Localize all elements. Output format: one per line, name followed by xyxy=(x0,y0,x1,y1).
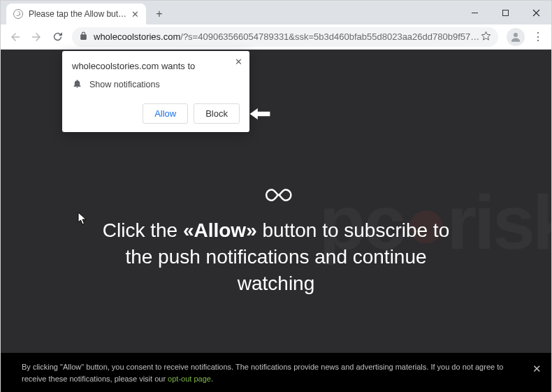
arrow-left-icon xyxy=(249,107,271,124)
toolbar: wholecoolstories.com /?s=409063566054789… xyxy=(1,24,551,50)
forward-button[interactable] xyxy=(26,27,47,48)
permission-label: Show notifications xyxy=(89,80,160,89)
allow-button[interactable]: Allow xyxy=(143,103,188,124)
page-content: pc●risk Click the «Allow» button to subs… xyxy=(1,50,551,392)
msg-bold: «Allow» xyxy=(183,219,257,241)
close-tab-icon[interactable]: ✕ xyxy=(131,9,139,20)
address-bar[interactable]: wholecoolstories.com /?s=409063566054789… xyxy=(72,27,498,47)
maximize-button[interactable] xyxy=(490,1,521,24)
minimize-button[interactable] xyxy=(459,1,490,24)
globe-icon xyxy=(13,9,23,19)
close-icon[interactable]: ✕ xyxy=(532,361,542,377)
title-bar: Please tap the Allow button to co ✕ + xyxy=(1,1,551,24)
close-icon[interactable]: ✕ xyxy=(235,57,242,67)
back-button[interactable] xyxy=(5,27,26,48)
url-domain: wholecoolstories.com xyxy=(94,31,180,42)
consent-text: By clicking "Allow" button, you consent … xyxy=(22,363,503,383)
cursor-icon xyxy=(78,212,87,228)
bookmark-icon[interactable] xyxy=(481,31,491,43)
new-tab-button[interactable]: + xyxy=(150,5,168,23)
svg-point-4 xyxy=(514,33,518,37)
browser-tab[interactable]: Please tap the Allow button to co ✕ xyxy=(6,3,146,24)
infinity-icon xyxy=(256,175,296,217)
svg-rect-1 xyxy=(502,10,508,15)
url-path: /?s=409063566054789331&ssk=5b3d460bfab55… xyxy=(180,31,481,42)
popup-permission-row: Show notifications xyxy=(72,78,240,91)
window-controls xyxy=(459,1,551,24)
main-message: Click the «Allow» button to subscribe to… xyxy=(87,217,465,296)
bell-icon xyxy=(72,78,82,91)
tab-title: Please tap the Allow button to co xyxy=(29,9,127,19)
menu-button[interactable]: ⋮ xyxy=(529,30,547,43)
profile-avatar[interactable] xyxy=(507,28,525,46)
reload-button[interactable] xyxy=(47,27,68,48)
lock-icon xyxy=(79,31,88,43)
popup-title: wholecoolstories.com wants to xyxy=(72,61,240,71)
block-button[interactable]: Block xyxy=(194,103,240,124)
consent-after: . xyxy=(211,375,213,383)
consent-bar: ✕ By clicking "Allow" button, you consen… xyxy=(1,353,551,392)
opt-out-link[interactable]: opt-out page xyxy=(168,375,211,383)
msg-prefix: Click the xyxy=(103,219,183,241)
notification-permission-popup: ✕ wholecoolstories.com wants to Show not… xyxy=(62,51,249,132)
close-window-button[interactable] xyxy=(521,1,551,24)
